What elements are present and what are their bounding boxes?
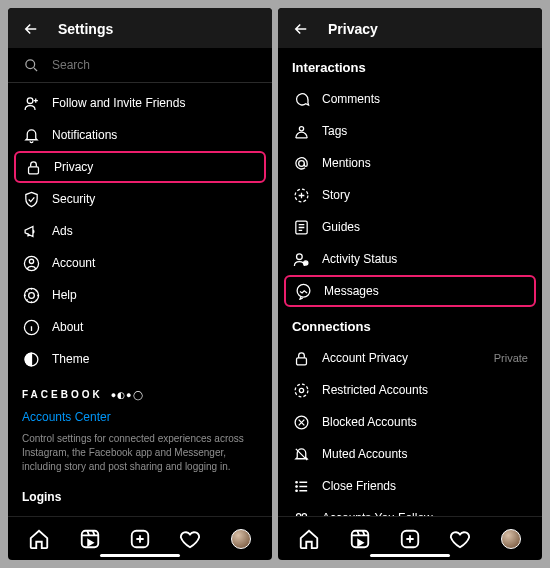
home-indicator [370,554,450,557]
settings-item-bell[interactable]: Notifications [8,119,272,151]
account-icon [22,254,40,272]
page-title: Settings [58,21,113,37]
privacy-item-tag[interactable]: Tags [278,115,542,147]
help-icon [22,286,40,304]
mention-icon [292,154,310,172]
settings-item-help[interactable]: Help [8,279,272,311]
lock-icon [292,349,310,367]
menu-item-label: Guides [322,220,528,234]
info-icon [22,318,40,336]
search-icon [22,56,40,74]
menu-item-label: Muted Accounts [322,447,528,461]
menu-item-label: Security [52,192,258,206]
svg-point-16 [303,260,307,264]
reels-icon[interactable] [79,528,101,550]
privacy-item-activity[interactable]: Activity Status [278,243,542,275]
privacy-item-lock[interactable]: Account PrivacyPrivate [278,342,542,374]
svg-rect-2 [28,166,38,173]
svg-point-22 [295,481,296,482]
menu-item-label: Ads [52,224,258,238]
privacy-screen: Privacy Interactions CommentsTagsMention… [278,8,542,560]
svg-point-24 [295,490,296,491]
profile-avatar[interactable] [230,528,252,550]
trailing-text: Private [494,352,528,364]
home-icon[interactable] [28,528,50,550]
menu-item-label: Notifications [52,128,258,142]
settings-item-shield[interactable]: Security [8,183,272,215]
back-icon[interactable] [22,20,40,38]
settings-item-theme[interactable]: Theme [8,343,272,375]
comment-icon [292,90,310,108]
activity-icon[interactable] [449,528,471,550]
story-icon [292,186,310,204]
menu-item-label: Account [52,256,258,270]
profile-avatar[interactable] [500,528,522,550]
shield-icon [22,190,40,208]
menu-item-label: Mentions [322,156,528,170]
add-account-link[interactable]: Add Account [8,508,272,516]
privacy-item-story[interactable]: Story [278,179,542,211]
restricted-icon [292,381,310,399]
privacy-item-close-friends[interactable]: Close Friends [278,470,542,502]
follow-icon [22,94,40,112]
new-post-icon[interactable] [399,528,421,550]
privacy-item-restricted[interactable]: Restricted Accounts [278,374,542,406]
menu-item-label: Privacy [54,160,256,174]
settings-item-megaphone[interactable]: Ads [8,215,272,247]
activity-icon [292,250,310,268]
reels-icon[interactable] [349,528,371,550]
home-icon[interactable] [298,528,320,550]
svg-point-20 [295,384,308,397]
muted-icon [292,445,310,463]
new-post-icon[interactable] [129,528,151,550]
lock-icon [24,158,42,176]
privacy-content: Interactions CommentsTagsMentionsStoryGu… [278,48,542,516]
settings-content: Follow and Invite FriendsNotificationsPr… [8,48,272,516]
settings-item-info[interactable]: About [8,311,272,343]
back-icon[interactable] [292,20,310,38]
accounts-blurb: Control settings for connected experienc… [8,430,272,482]
header: Privacy [278,8,542,48]
menu-item-label: About [52,320,258,334]
svg-point-23 [295,485,296,486]
privacy-item-muted[interactable]: Muted Accounts [278,438,542,470]
section-interactions: Interactions [278,48,542,83]
privacy-item-comment[interactable]: Comments [278,83,542,115]
svg-point-26 [302,513,306,516]
menu-item-label: Theme [52,352,258,366]
menu-item-label: Close Friends [322,479,528,493]
svg-point-12 [298,160,304,166]
facebook-row: FACEBOOK ●◐●◯ [8,375,272,404]
privacy-item-blocked[interactable]: Blocked Accounts [278,406,542,438]
accounts-center-link[interactable]: Accounts Center [8,404,272,430]
svg-point-4 [29,259,33,263]
svg-point-0 [25,59,34,68]
menu-item-label: Help [52,288,258,302]
search-input[interactable] [52,58,258,72]
menu-item-label: Accounts You Follow [322,511,528,516]
guides-icon [292,218,310,236]
header: Settings [8,8,272,48]
bell-icon [22,126,40,144]
logins-header: Logins [8,482,272,508]
menu-item-label: Restricted Accounts [322,383,528,397]
activity-icon[interactable] [179,528,201,550]
privacy-item-mention[interactable]: Mentions [278,147,542,179]
svg-point-11 [299,126,303,130]
privacy-item-guides[interactable]: Guides [278,211,542,243]
menu-item-label: Activity Status [322,252,528,266]
theme-icon [22,350,40,368]
menu-item-label: Messages [324,284,526,298]
settings-item-lock[interactable]: Privacy [14,151,266,183]
svg-rect-18 [296,357,306,364]
settings-item-follow[interactable]: Follow and Invite Friends [8,87,272,119]
tag-icon [292,122,310,140]
menu-item-label: Blocked Accounts [322,415,528,429]
accounts-follow-icon [292,509,310,516]
svg-point-15 [296,253,302,259]
menu-item-label: Story [322,188,528,202]
search-row[interactable] [8,48,272,83]
privacy-item-messages[interactable]: Messages [284,275,536,307]
privacy-item-accounts-follow[interactable]: Accounts You Follow [278,502,542,516]
settings-item-account[interactable]: Account [8,247,272,279]
